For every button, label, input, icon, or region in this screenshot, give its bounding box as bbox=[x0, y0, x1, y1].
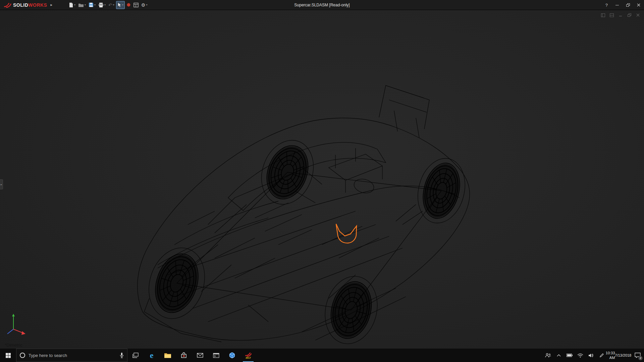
clock-date: 7/13/2018 bbox=[615, 353, 631, 358]
car-body-wireframe bbox=[138, 85, 472, 349]
save-floppy-icon bbox=[89, 2, 94, 7]
store-bag-icon bbox=[181, 352, 187, 358]
macro-record-icon bbox=[126, 3, 131, 7]
windows-logo-icon bbox=[6, 353, 11, 358]
solidworks-app-icon: 2017 bbox=[244, 351, 253, 360]
wifi-icon bbox=[577, 353, 583, 358]
wireframe-model[interactable] bbox=[0, 10, 644, 349]
dropdown-arrow-icon[interactable]: ▾ bbox=[113, 3, 114, 6]
volume-button[interactable] bbox=[586, 349, 596, 362]
undo-button[interactable]: ↶ ▾ bbox=[107, 1, 115, 9]
taskbar-search[interactable]: Type here to search bbox=[16, 349, 127, 362]
close-icon bbox=[637, 3, 640, 7]
orientation-triad bbox=[7, 314, 25, 335]
network-button[interactable] bbox=[575, 349, 586, 362]
edrawings-icon bbox=[229, 352, 235, 359]
solidworks-wordmark: SOLIDWORKS bbox=[13, 2, 47, 8]
select-cursor-icon bbox=[117, 2, 121, 7]
undo-icon: ↶ bbox=[108, 2, 112, 8]
minimize-button[interactable] bbox=[612, 0, 623, 10]
minimize-icon bbox=[615, 5, 619, 5]
file-explorer-icon bbox=[164, 353, 171, 358]
doc-minimize-button[interactable] bbox=[618, 13, 623, 17]
new-document-icon bbox=[69, 2, 73, 8]
select-tool-button[interactable]: ▾ bbox=[116, 1, 125, 9]
save-button[interactable]: ▾ bbox=[88, 1, 97, 9]
edge-icon: e bbox=[150, 351, 154, 360]
system-tray: 10:33 AM 7/13/2018 2 bbox=[543, 349, 644, 362]
help-button[interactable]: ? bbox=[601, 3, 612, 8]
command-prompt-icon bbox=[213, 353, 219, 358]
mail-button[interactable] bbox=[192, 349, 208, 362]
properties-button[interactable] bbox=[132, 1, 140, 9]
battery-icon bbox=[567, 354, 573, 357]
pen-icon bbox=[599, 353, 604, 358]
close-button[interactable] bbox=[633, 0, 644, 10]
show-hidden-icons-button[interactable] bbox=[553, 349, 564, 362]
dropdown-arrow-icon[interactable]: ▾ bbox=[146, 3, 147, 6]
macro-record-button[interactable] bbox=[125, 1, 132, 9]
dropdown-arrow-icon[interactable]: ▾ bbox=[104, 3, 106, 6]
document-window-controls bbox=[600, 13, 641, 17]
solidworks-version-badge: 2017 bbox=[246, 357, 251, 359]
new-document-button[interactable]: ▾ bbox=[68, 1, 76, 9]
dropdown-arrow-icon[interactable]: ▾ bbox=[74, 3, 75, 6]
solidworks-2017-button[interactable]: 2017 bbox=[240, 349, 256, 362]
dropdown-arrow-icon[interactable]: ▾ bbox=[122, 3, 123, 6]
store-button[interactable] bbox=[176, 349, 192, 362]
taskbar-clock[interactable]: 10:33 AM 7/13/2018 bbox=[607, 349, 631, 362]
solidworks-ds-icon bbox=[3, 2, 11, 8]
doc-close-button[interactable] bbox=[635, 13, 641, 17]
cortana-search-icon bbox=[20, 353, 25, 358]
window-controls: ? bbox=[601, 0, 644, 10]
mail-envelope-icon bbox=[197, 353, 203, 358]
task-view-icon bbox=[132, 353, 139, 358]
file-explorer-button[interactable] bbox=[160, 349, 176, 362]
properties-table-icon bbox=[133, 3, 139, 7]
windows-taskbar: Type here to search e bbox=[0, 349, 644, 362]
print-icon bbox=[98, 3, 104, 7]
restore-button[interactable] bbox=[623, 0, 633, 10]
edrawings-button[interactable] bbox=[224, 349, 240, 362]
edge-button[interactable]: e bbox=[144, 349, 160, 362]
people-icon bbox=[545, 353, 551, 358]
speaker-icon bbox=[588, 353, 594, 358]
microphone-icon[interactable] bbox=[120, 352, 124, 358]
search-placeholder: Type here to search bbox=[29, 353, 116, 358]
open-folder-icon bbox=[78, 3, 84, 7]
people-button[interactable] bbox=[543, 349, 553, 362]
battery-button[interactable] bbox=[564, 349, 575, 362]
dropdown-arrow-icon[interactable]: ▾ bbox=[85, 3, 86, 6]
pane-split-button[interactable] bbox=[609, 13, 614, 17]
car-wheels-wireframe bbox=[148, 140, 465, 343]
chevron-up-icon bbox=[557, 354, 561, 357]
restore-icon bbox=[626, 3, 630, 7]
print-button[interactable]: ▾ bbox=[97, 1, 107, 9]
action-center-button[interactable]: 2 bbox=[631, 349, 644, 362]
solidworks-titlebar: SOLIDWORKS ▸ ▾ ▾ ▾ bbox=[0, 0, 644, 10]
view-orientation-label: *Dimetric bbox=[5, 343, 22, 348]
open-button[interactable]: ▾ bbox=[77, 1, 87, 9]
notification-count-badge: 2 bbox=[638, 356, 643, 360]
solidworks-logo: SOLIDWORKS bbox=[0, 2, 50, 8]
doc-restore-button[interactable] bbox=[627, 13, 632, 17]
options-button[interactable]: ⚙ ▾ bbox=[140, 1, 149, 9]
menu-flyout-arrow-icon[interactable]: ▸ bbox=[50, 3, 52, 7]
document-title: Supercar.SLDASM [Read-only] bbox=[294, 3, 350, 7]
clock-time: 10:33 AM bbox=[606, 351, 615, 360]
quick-access-toolbar: ▾ ▾ ▾ ▾ ↶ ▾ bbox=[68, 1, 148, 9]
pane-button[interactable] bbox=[600, 13, 606, 17]
graphics-viewport[interactable]: ▸ bbox=[0, 10, 644, 349]
command-prompt-button[interactable] bbox=[208, 349, 224, 362]
start-button[interactable] bbox=[0, 349, 16, 362]
options-gear-icon: ⚙ bbox=[141, 2, 146, 8]
task-view-button[interactable] bbox=[127, 349, 144, 362]
dropdown-arrow-icon[interactable]: ▾ bbox=[94, 3, 96, 6]
